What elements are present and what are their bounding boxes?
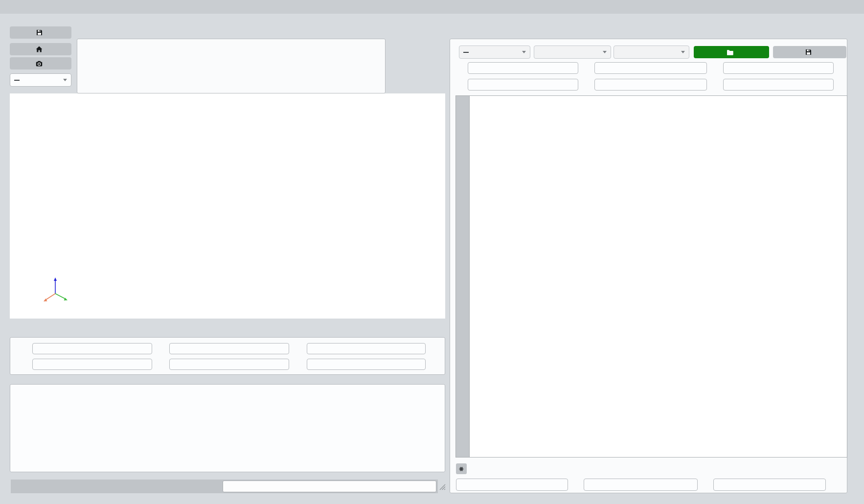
space-group-combo [614,46,689,59]
cell-gamma-field[interactable] [723,79,834,91]
beta-field[interactable] [169,359,289,370]
lattice-parameters-panel [10,337,445,375]
view-preset-combo[interactable] [10,73,71,87]
atom-icon [459,465,464,473]
cell-a-field[interactable] [468,62,578,74]
progress-bar [223,481,436,492]
reset-view-button[interactable] [10,43,71,55]
cell-b-field[interactable] [594,62,707,74]
a-field[interactable] [32,343,152,354]
gamma-field[interactable] [307,359,426,370]
space-group-number-combo [534,46,611,59]
cell-c-field[interactable] [723,62,834,74]
chevron-down-icon [63,79,67,81]
save-ins-button[interactable] [773,46,846,58]
home-icon [36,46,43,52]
crystal-structure-render [10,93,445,319]
status-bar [11,480,438,493]
formula-field[interactable] [456,479,568,491]
save-screenshot-button[interactable] [10,26,71,39]
axis-gizmo [44,277,68,301]
chevron-down-icon [603,51,607,53]
atom-table [455,95,847,458]
folder-icon [727,49,733,55]
table-row-header-strip [456,96,470,457]
chevron-down-icon [522,51,526,53]
load-cif-button[interactable] [694,46,769,58]
cell-beta-field[interactable] [594,79,707,91]
c-field[interactable] [307,343,426,354]
structure-3d-viewer[interactable] [10,93,445,319]
camera-icon [36,61,43,67]
floppy-icon [36,29,43,36]
chevron-down-icon [681,51,685,53]
atom-tool-button[interactable] [456,463,467,474]
z-field[interactable] [584,479,698,491]
dash-icon [463,52,469,53]
structure-panel [450,39,847,493]
console-output [10,384,445,472]
crystal-system-combo [459,46,530,59]
dash-icon [14,80,20,81]
alpha-field[interactable] [32,359,152,370]
b-field[interactable] [169,343,289,354]
floppy-icon [805,49,812,55]
cell-alpha-field[interactable] [468,79,578,91]
reset-camera-button[interactable] [10,57,71,69]
menubar [0,0,864,14]
resize-grip[interactable] [439,483,446,490]
direction-view-panel [77,39,386,93]
omega-field[interactable] [713,479,826,491]
